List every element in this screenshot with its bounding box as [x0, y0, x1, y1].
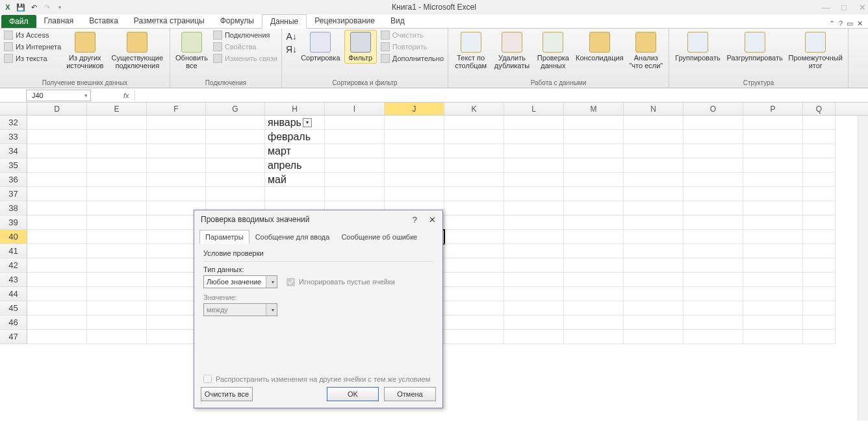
cell[interactable] — [683, 287, 743, 301]
row-header[interactable]: 39 — [0, 216, 27, 230]
cell[interactable] — [444, 301, 504, 316]
vertical-scrollbar[interactable] — [858, 116, 868, 421]
cell[interactable] — [624, 144, 683, 158]
cell[interactable] — [385, 130, 444, 144]
cell[interactable] — [27, 287, 87, 301]
cell[interactable] — [743, 230, 803, 244]
from-text-button[interactable]: Из текста — [4, 53, 61, 64]
cell[interactable] — [504, 316, 564, 330]
connections-button[interactable]: Подключения — [213, 30, 277, 40]
cell[interactable] — [683, 130, 743, 144]
cell[interactable] — [743, 187, 803, 201]
cell[interactable] — [87, 216, 147, 230]
dialog-tab[interactable]: Сообщение для ввода — [249, 230, 336, 244]
cell[interactable] — [385, 158, 444, 173]
cell[interactable] — [624, 244, 683, 258]
maximize-button[interactable]: □ — [839, 3, 849, 12]
column-header[interactable]: H — [265, 103, 325, 115]
cell[interactable] — [504, 158, 564, 173]
cell[interactable] — [683, 116, 743, 130]
cell[interactable] — [624, 301, 683, 316]
cell[interactable] — [743, 258, 803, 273]
cell[interactable] — [624, 316, 683, 330]
cell[interactable] — [206, 158, 265, 173]
remove-duplicates-button[interactable]: Удалить дубликаты — [493, 30, 530, 69]
row-header[interactable]: 46 — [0, 316, 27, 330]
cell[interactable] — [385, 144, 444, 158]
filter-dropdown-icon[interactable]: ▾ — [303, 118, 312, 127]
cell[interactable] — [504, 258, 564, 273]
from-web-button[interactable]: Из Интернета — [4, 42, 61, 52]
cell[interactable] — [325, 130, 385, 144]
row-header[interactable]: 40 — [0, 230, 27, 244]
column-header[interactable]: K — [444, 103, 504, 115]
row-header[interactable]: 44 — [0, 287, 27, 301]
cell[interactable] — [27, 130, 87, 144]
cell[interactable] — [743, 273, 803, 287]
minimize-button[interactable]: — — [821, 3, 830, 12]
cell[interactable] — [683, 216, 743, 230]
from-access-button[interactable]: Из Access — [4, 30, 61, 40]
cell[interactable] — [564, 258, 624, 273]
sort-desc-icon[interactable]: Я↓ — [286, 44, 297, 55]
cell[interactable] — [87, 330, 147, 344]
cell[interactable] — [743, 201, 803, 216]
cell[interactable] — [504, 173, 564, 187]
cell[interactable] — [803, 287, 836, 301]
cell[interactable] — [444, 258, 504, 273]
row-header[interactable]: 33 — [0, 130, 27, 144]
cell[interactable] — [504, 130, 564, 144]
cell[interactable] — [385, 173, 444, 187]
cell[interactable] — [504, 244, 564, 258]
column-header[interactable]: Q — [803, 103, 836, 115]
column-header[interactable]: L — [504, 103, 564, 115]
cell[interactable] — [206, 116, 265, 130]
cell[interactable] — [564, 230, 624, 244]
cell[interactable] — [624, 287, 683, 301]
cell[interactable] — [385, 187, 444, 201]
sort-button[interactable]: Сортировка — [301, 30, 340, 62]
cell[interactable] — [444, 216, 504, 230]
row-header[interactable]: 32 — [0, 116, 27, 130]
cell[interactable] — [624, 216, 683, 230]
tab-главная[interactable]: Главная — [36, 14, 82, 28]
cell[interactable] — [444, 244, 504, 258]
cell[interactable] — [624, 201, 683, 216]
tab-вставка[interactable]: Вставка — [81, 14, 126, 28]
cell[interactable] — [87, 201, 147, 216]
ribbon-minimize-icon[interactable]: ⌃ — [829, 19, 835, 28]
cell[interactable] — [27, 158, 87, 173]
help-icon[interactable]: ? — [839, 19, 843, 28]
cell[interactable] — [803, 316, 836, 330]
cell[interactable] — [743, 216, 803, 230]
cell[interactable] — [564, 116, 624, 130]
cell[interactable] — [147, 116, 206, 130]
row-header[interactable]: 41 — [0, 244, 27, 258]
cell[interactable] — [27, 173, 87, 187]
cell[interactable] — [325, 116, 385, 130]
formula-bar[interactable] — [134, 90, 868, 101]
cell[interactable] — [444, 144, 504, 158]
dialog-tab[interactable]: Сообщение об ошибке — [335, 230, 423, 244]
subtotal-button[interactable]: Промежуточный итог — [787, 30, 844, 69]
tab-file[interactable]: Файл — [1, 15, 36, 28]
cell[interactable] — [147, 173, 206, 187]
row-header[interactable]: 47 — [0, 330, 27, 344]
row-header[interactable]: 35 — [0, 158, 27, 173]
row-header[interactable]: 45 — [0, 301, 27, 316]
cell[interactable] — [385, 116, 444, 130]
existing-connections-button[interactable]: Существующие подключения — [109, 30, 166, 69]
cell[interactable] — [147, 187, 206, 201]
tab-данные[interactable]: Данные — [262, 14, 307, 29]
cell[interactable] — [743, 158, 803, 173]
cell[interactable]: апрель — [265, 158, 325, 173]
sort-asc-icon[interactable]: A↓ — [286, 31, 296, 42]
cell[interactable] — [683, 187, 743, 201]
select-all-corner[interactable] — [0, 103, 27, 115]
cell[interactable] — [743, 316, 803, 330]
cell[interactable] — [564, 144, 624, 158]
cell[interactable] — [504, 273, 564, 287]
cell[interactable] — [87, 230, 147, 244]
other-sources-button[interactable]: Из других источников — [65, 30, 105, 69]
cell[interactable] — [444, 116, 504, 130]
